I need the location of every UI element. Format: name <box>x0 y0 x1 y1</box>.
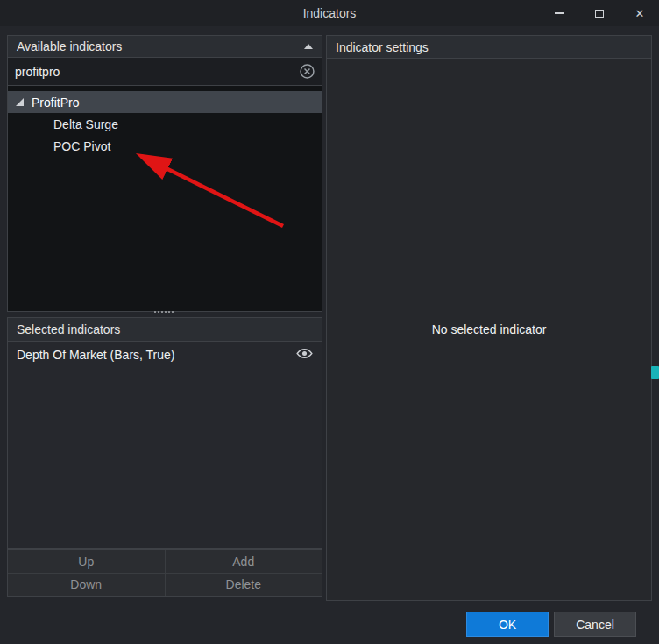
indicator-settings-body: No selected indicator <box>327 59 651 600</box>
tree-item-delta-surge[interactable]: Delta Surge <box>8 113 322 135</box>
empty-state-message: No selected indicator <box>432 322 547 336</box>
window-controls: ✕ <box>552 0 647 26</box>
window-title: Indicators <box>303 6 357 20</box>
titlebar: Indicators ✕ <box>0 0 659 26</box>
tree-item-label: POC Pivot <box>53 139 110 153</box>
tree-group-profitpro[interactable]: ProfitPro <box>8 91 322 113</box>
selected-indicator-label: Depth Of Market (Bars, True) <box>17 348 175 362</box>
minimize-icon[interactable] <box>552 6 566 20</box>
down-button[interactable]: Down <box>8 574 165 597</box>
tree-item-label: Delta Surge <box>53 117 118 131</box>
tree-item-poc-pivot[interactable]: POC Pivot <box>8 135 322 157</box>
tree-group-label: ProfitPro <box>32 96 79 110</box>
indicator-search-bar <box>7 58 322 86</box>
selected-indicators-list: Depth Of Market (Bars, True) <box>7 342 322 549</box>
indicator-settings-panel: Indicator settings No selected indicator <box>326 35 652 601</box>
indicator-settings-header: Indicator settings <box>327 36 651 59</box>
search-input[interactable] <box>15 65 299 79</box>
right-edge-marker <box>651 366 659 379</box>
add-button[interactable]: Add <box>166 550 322 573</box>
cancel-button[interactable]: Cancel <box>554 612 636 637</box>
delete-button[interactable]: Delete <box>166 574 322 597</box>
ok-button[interactable]: OK <box>466 612 549 637</box>
maximize-icon[interactable] <box>592 6 606 20</box>
list-action-buttons: Up Add Down Delete <box>7 549 322 597</box>
available-indicators-label: Available indicators <box>17 39 122 53</box>
available-indicators-tree: ProfitPro Delta Surge POC Pivot <box>7 86 322 312</box>
collapse-chevron-icon[interactable] <box>304 44 313 49</box>
close-icon[interactable]: ✕ <box>633 6 647 20</box>
selected-indicators-header: Selected indicators <box>7 317 322 342</box>
indicator-settings-label: Indicator settings <box>336 40 429 54</box>
selected-indicators-label: Selected indicators <box>17 322 120 336</box>
available-indicators-header[interactable]: Available indicators <box>7 35 322 58</box>
expander-icon[interactable] <box>16 98 24 106</box>
clear-search-icon[interactable] <box>299 64 315 80</box>
up-button[interactable]: Up <box>8 550 165 573</box>
resize-grip[interactable] <box>154 311 174 315</box>
eye-icon[interactable] <box>296 348 313 362</box>
list-item[interactable]: Depth Of Market (Bars, True) <box>8 342 322 367</box>
